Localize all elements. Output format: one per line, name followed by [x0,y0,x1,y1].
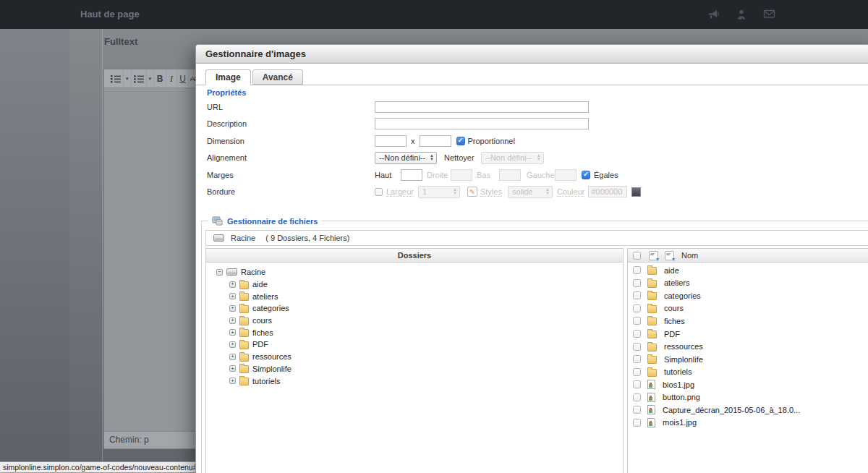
url-row: URL [207,98,868,116]
file-list-file-row[interactable]: Capture_décran_2015-05-06_à_18.0... [628,404,868,417]
file-list-file-row[interactable]: mois1.jpg [628,417,868,430]
tree-folder-row[interactable]: + fiches [229,326,623,338]
border-styles-label: Styles [480,187,502,197]
image-manager-dialog: Gestionnaire d'images Image Avancé Propr… [195,44,868,473]
row-checkbox[interactable] [633,368,641,376]
nettoyer-label: Nettoyer [444,153,475,162]
file-list-folder-row[interactable]: cours [628,302,868,315]
file-list-file-row[interactable]: button.png [628,391,868,404]
bold-icon[interactable]: B [154,72,166,86]
file-list-folder-row[interactable]: fiches [628,315,868,328]
chevron-down-icon[interactable]: ▾ [147,72,155,86]
border-row: Bordure Largeur 1▲▼ ✎ Styles solide▲▼ Co… [207,184,868,201]
expand-icon[interactable]: + [229,318,236,324]
name-column-header[interactable]: Nom [681,251,698,260]
file-list-folder-row[interactable]: ressources [628,340,868,353]
file-list-folder-row[interactable]: ateliers [628,277,868,290]
expand-icon[interactable]: + [229,378,236,384]
mail-icon[interactable] [763,9,775,20]
tree-folder-row[interactable]: + ateliers [229,290,623,302]
expand-icon[interactable]: + [229,329,236,336]
tree-item-label: ressources [252,352,292,361]
file-name: ressources [664,342,703,351]
tree-folder-row[interactable]: + categories [229,302,623,315]
url-input[interactable] [375,101,589,113]
dimension-label: Dimension [207,137,375,145]
margin-top-input[interactable] [401,169,422,181]
dialog-tabs: Image Avancé [196,64,868,85]
proportional-checkbox[interactable]: ✓ [456,137,465,145]
row-checkbox[interactable] [633,355,641,363]
sort-type-icon[interactable]: az▾ [649,251,658,260]
folder-icon [239,281,249,289]
height-input[interactable] [420,135,451,147]
width-input[interactable] [375,135,407,147]
tree-folder-row[interactable]: + aide [229,278,623,291]
row-checkbox[interactable] [633,380,641,388]
tab-image[interactable]: Image [205,69,251,85]
chevron-down-icon[interactable]: ▾ [124,72,132,86]
file-list-folder-row[interactable]: aide [628,264,868,277]
row-checkbox[interactable] [633,304,641,312]
dialog-titlebar[interactable]: Gestionnaire d'images [196,45,868,64]
row-checkbox[interactable] [633,419,641,427]
description-input[interactable] [375,118,589,129]
folder-icon [239,305,249,313]
file-list-folder-row[interactable]: Simplonlife [628,353,868,366]
tab-advanced[interactable]: Avancé [252,69,303,85]
row-checkbox[interactable] [633,266,641,274]
sort-name-icon[interactable]: az▾ [665,251,674,260]
row-checkbox[interactable] [633,330,641,338]
expand-icon[interactable]: + [229,365,236,372]
expand-icon[interactable]: + [229,293,236,299]
italic-icon[interactable]: I [166,72,177,86]
tree-folder-row[interactable]: + Simplonlife [229,363,623,375]
url-label: URL [207,103,375,111]
row-checkbox[interactable] [633,317,641,325]
tree-root-row[interactable]: − Racine [216,266,623,278]
dialog-title: Gestionnaire d'images [196,45,868,63]
tree-item-label: cours [252,316,272,325]
underline-icon[interactable]: U [177,72,189,86]
file-list-folder-row[interactable]: tutoriels [628,365,868,378]
tree-folder-row[interactable]: + ressources [229,351,623,363]
file-list-folder-row[interactable]: PDF [628,328,868,341]
alignment-select[interactable]: --Non défini--▲▼ [375,152,437,164]
file-list-file-row[interactable]: bios1.jpg [628,378,868,391]
collapse-icon[interactable]: − [216,269,223,276]
nettoyer-select: --Non défini--▲▼ [481,152,544,164]
row-checkbox[interactable] [633,343,641,351]
megaphone-icon[interactable] [707,9,720,20]
expand-icon[interactable]: + [229,305,236,312]
topbar: Haut de page [0,0,868,29]
folder-icon [239,365,249,373]
ordered-list-icon[interactable] [109,72,124,86]
folder-icon [647,305,657,313]
tree-item-label: ateliers [252,292,278,301]
margins-label: Marges [207,171,375,179]
border-checkbox[interactable] [375,188,383,196]
unordered-list-icon[interactable] [132,72,147,86]
user-icon[interactable] [736,9,747,20]
row-checkbox[interactable] [633,279,641,287]
expand-icon[interactable]: + [229,341,236,348]
row-checkbox[interactable] [633,393,641,401]
file-name: button.png [663,393,700,401]
image-file-icon [647,418,655,427]
folders-header: Dossiers [206,249,623,263]
equal-margins-checkbox[interactable]: ✓ [582,171,590,179]
expand-icon[interactable]: + [229,281,236,288]
file-list-folder-row[interactable]: categories [628,289,868,302]
margin-right-label: Droite [427,171,451,179]
border-color-input [588,186,627,197]
folder-icon [647,356,657,364]
row-checkbox[interactable] [633,291,641,299]
dimension-x: x [411,137,415,145]
margin-top-label: Haut [375,171,401,179]
tree-folder-row[interactable]: + tutoriels [229,375,623,387]
select-all-checkbox[interactable] [633,252,641,260]
tree-folder-row[interactable]: + PDF [229,338,623,351]
row-checkbox[interactable] [633,406,641,414]
expand-icon[interactable]: + [229,354,236,360]
tree-folder-row[interactable]: + cours [229,315,623,327]
